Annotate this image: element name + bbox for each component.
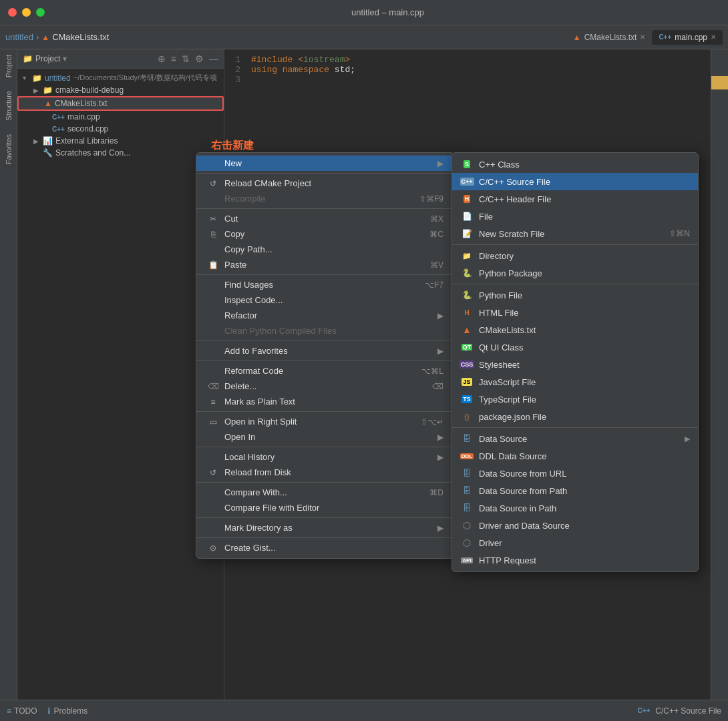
create-gist-icon: ⊙ [207, 543, 219, 553]
submenu-item-ds-in-path[interactable]: 🗄 Data Source in Path [452, 499, 698, 517]
menu-item-local-history[interactable]: Local History ▶ [196, 449, 454, 465]
add-favorites-arrow-icon: ▶ [437, 346, 443, 356]
submenu-item-directory[interactable]: 📁 Directory [452, 247, 698, 264]
menu-item-reload-disk[interactable]: ↺ Reload from Disk [196, 465, 454, 480]
minimize-button[interactable] [22, 8, 31, 17]
menu-item-mark-dir[interactable]: Mark Directory as ▶ [196, 520, 454, 535]
panel-title-label: Project [35, 54, 60, 63]
tab-cmake-close[interactable]: ✕ [640, 33, 645, 41]
menu-item-paste[interactable]: 📋 Paste ⌘V [196, 257, 454, 272]
menu-item-reload-cmake[interactable]: ↺ Reload CMake Project [196, 176, 454, 191]
tree-item-main[interactable]: C++ main.cpp [17, 111, 224, 123]
project-panel: 📁 Project ▾ ⊕ ≡ ⇅ ⚙ — ▾ 📁 untitled ~/Doc… [17, 49, 224, 700]
submenu-item-cpp-class[interactable]: S C++ Class [452, 156, 698, 173]
tree-item-scratches[interactable]: 🔧 Scratches and Con... [17, 147, 224, 159]
submenu-item-py-package[interactable]: 🐍 Python Package [452, 264, 698, 282]
menu-item-mark-plain[interactable]: ≡ Mark as Plain Text [196, 394, 454, 409]
sidebar-item-favorites[interactable]: Favorites [5, 134, 13, 164]
tree-item-second[interactable]: C++ second.cpp [17, 123, 224, 135]
copy-shortcut: ⌘C [429, 230, 443, 239]
tab-cmake[interactable]: ▲ CMakeLists.txt ✕ [566, 30, 653, 45]
submenu-item-qt[interactable]: QT Qt UI Class [452, 338, 698, 356]
open-in-arrow-icon: ▶ [437, 433, 443, 442]
panel-dropdown-icon[interactable]: ▾ [63, 54, 67, 63]
submenu-item-ds-path[interactable]: 🗄 Data Source from Path [452, 482, 698, 499]
status-file-type[interactable]: C++ C/C++ Source File [637, 706, 721, 716]
submenu-item-driver-ds[interactable]: ⬡ Driver and Data Source [452, 517, 698, 534]
submenu-item-py-file[interactable]: 🐍 Python File [452, 286, 698, 304]
submenu-item-js[interactable]: JS JavaScript File [452, 373, 698, 391]
menu-label-mark-plain: Mark as Plain Text [224, 397, 295, 407]
window-title: untitled – main.cpp [55, 7, 720, 17]
open-right-shortcut: ⇧⌥↵ [421, 417, 443, 427]
status-todo[interactable]: ≡ TODO [7, 706, 37, 716]
collapse-icon[interactable]: ≡ [171, 53, 176, 64]
breadcrumb-file[interactable]: CMakeLists.txt [52, 32, 109, 42]
tree-label-second: second.cpp [67, 124, 108, 134]
driver-ds-icon: ⬡ [460, 520, 474, 531]
submenu-label-ddl: DDL Data Source [479, 451, 546, 461]
tree-item-cmakelists[interactable]: ▲ CMakeLists.txt [17, 96, 224, 111]
menu-item-add-favorites[interactable]: Add to Favorites ▶ [196, 343, 454, 358]
locate-icon[interactable]: ⊕ [158, 53, 166, 64]
menu-item-copy-path[interactable]: Copy Path... [196, 242, 454, 257]
menu-item-compare-editor[interactable]: Compare File with Editor [196, 500, 454, 515]
menu-item-compare-with[interactable]: Compare With... ⌘D [196, 485, 454, 500]
submenu-item-cmake[interactable]: ▲ CMakeLists.txt [452, 321, 698, 338]
status-problems[interactable]: ℹ Problems [47, 706, 87, 716]
menu-item-inspect-code[interactable]: Inspect Code... [196, 292, 454, 308]
submenu-item-json[interactable]: {} package.json File [452, 408, 698, 425]
submenu-item-ts[interactable]: TS TypeScript File [452, 391, 698, 408]
submenu-item-driver[interactable]: ⬡ Driver [452, 534, 698, 551]
submenu-item-scratch[interactable]: 📝 New Scratch File ⇧⌘N [452, 225, 698, 242]
close-button[interactable] [8, 8, 17, 17]
sidebar-item-structure[interactable]: Structure [5, 91, 13, 121]
menu-item-cut[interactable]: ✂ Cut ⌘X [196, 211, 454, 226]
line-num-2: 2 [230, 65, 240, 75]
tab-main[interactable]: C++ main.cpp ✕ [652, 30, 723, 45]
submenu-item-css[interactable]: CSS Stylesheet [452, 356, 698, 373]
submenu-item-file[interactable]: 📄 File [452, 208, 698, 225]
py-file-icon: 🐍 [460, 290, 474, 300]
settings-icon[interactable]: ⚙ [195, 53, 204, 64]
menu-item-delete[interactable]: ⌫ Delete... ⌫ [196, 379, 454, 394]
tree-item-ext-libs[interactable]: ▶ 📊 External Libraries [17, 135, 224, 147]
json-icon: {} [460, 411, 474, 422]
menu-sep-5 [196, 360, 454, 361]
folder-icon-scratches: 🔧 [43, 148, 53, 158]
menu-item-refactor[interactable]: Refactor ▶ [196, 308, 454, 323]
menu-item-copy[interactable]: ⎘ Copy ⌘C [196, 226, 454, 242]
submenu-item-data-source[interactable]: 🗄 Data Source ▶ [452, 430, 698, 447]
submenu-item-ds-url[interactable]: 🗄 Data Source from URL [452, 465, 698, 482]
submenu-label-json: package.json File [479, 412, 546, 422]
maximize-button[interactable] [36, 8, 45, 17]
menu-item-open-right[interactable]: ▭ Open in Right Split ⇧⌥↵ [196, 414, 454, 429]
submenu-item-cpp-source[interactable]: C++ C/C++ Source File [452, 173, 698, 190]
submenu-item-ddl[interactable]: DDL DDL Data Source [452, 447, 698, 465]
menu-item-create-gist[interactable]: ⊙ Create Gist... [196, 540, 454, 555]
menu-label-create-gist: Create Gist... [224, 543, 276, 553]
expand-icon[interactable]: ⇅ [182, 53, 190, 64]
menu-item-open-in[interactable]: Open In ▶ [196, 429, 454, 445]
cpp-source-icon: C++ [460, 176, 474, 187]
submenu-label-http: HTTP Request [479, 555, 536, 565]
css-icon: CSS [460, 359, 474, 370]
menu-item-reformat[interactable]: Reformat Code ⌥⌘L [196, 363, 454, 379]
submenu-item-cpp-header[interactable]: H C/C++ Header File [452, 190, 698, 208]
submenu-item-http[interactable]: API HTTP Request [452, 551, 698, 569]
submenu-item-html[interactable]: H HTML File [452, 304, 698, 321]
menu-item-new[interactable]: New ▶ [196, 156, 454, 171]
menu-item-find-usages[interactable]: Find Usages ⌥F7 [196, 277, 454, 292]
submenu-label-ts: TypeScript File [479, 395, 536, 405]
tree-item-cmake-build[interactable]: ▶ 📁 cmake-build-debug [17, 84, 224, 96]
breadcrumb-project[interactable]: untitled [5, 32, 33, 42]
find-usages-shortcut: ⌥F7 [425, 280, 443, 290]
menu-sep-3 [196, 274, 454, 275]
menu-item-recompile: Recompile ⇧⌘F9 [196, 191, 454, 206]
hide-icon[interactable]: — [209, 53, 218, 64]
sidebar-item-project[interactable]: Project [5, 55, 13, 77]
refactor-arrow-icon: ▶ [437, 311, 443, 320]
tree-item-root[interactable]: ▾ 📁 untitled ~/Documents/Study/考研/数据结构/代… [17, 71, 224, 84]
breadcrumb-icon-cmake: ▲ [41, 33, 49, 42]
tab-main-close[interactable]: ✕ [711, 33, 716, 41]
